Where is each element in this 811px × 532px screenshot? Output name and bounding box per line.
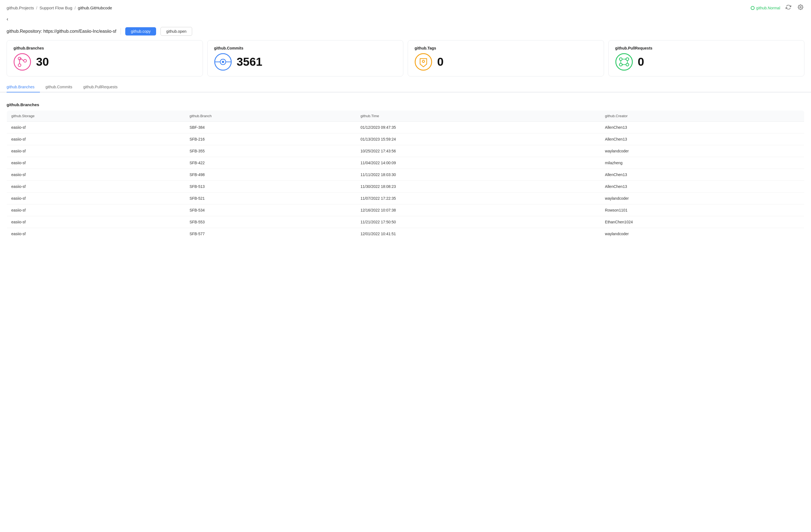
cell-storage: easiio-sf (7, 169, 185, 181)
cell-storage: easiio-sf (7, 145, 185, 157)
copy-button[interactable]: github.copy (125, 27, 156, 35)
breadcrumb-support-flow-bug[interactable]: Support Flow Bug (40, 5, 72, 10)
stat-content-branches: 30 (14, 53, 49, 71)
table-row: easiio-sfSFB-51311/30/2022 18:08:23Allen… (7, 181, 805, 192)
open-button[interactable]: github.open (160, 27, 192, 36)
svg-point-0 (800, 6, 801, 8)
table-header-row: github.Storage github.Branch github.Time… (7, 111, 805, 122)
cell-branch: SFB-553 (185, 216, 356, 228)
cell-branch: SFB-513 (185, 181, 356, 192)
col-header-creator: github.Creator (601, 111, 805, 122)
table-section: github.Branches github.Storage github.Br… (0, 98, 811, 240)
repo-section: github.Repository: https://github.com/Ea… (0, 24, 811, 40)
stat-count-tags: 0 (437, 55, 443, 68)
stat-card-branches: github.Branches 30 (6, 40, 203, 77)
cell-time: 10/25/2022 17:43:56 (356, 145, 601, 157)
table-row: easiio-sfSFB-49811/11/2022 18:03:30Allen… (7, 169, 805, 181)
col-header-storage: github.Storage (7, 111, 185, 122)
cell-storage: easiio-sf (7, 216, 185, 228)
cell-creator: EthanChen1024 (601, 216, 805, 228)
stat-content-pullrequests: 0 (615, 53, 653, 71)
stat-count-pullrequests: 0 (638, 55, 644, 68)
repo-label-text: github.Repository: (6, 29, 42, 34)
repo-label: github.Repository: https://github.com/Ea… (6, 29, 116, 34)
table-row: easiio-sfSFB-53412/16/2022 10:07:38Rowso… (7, 204, 805, 216)
svg-point-4 (24, 59, 27, 62)
cell-time: 11/21/2022 17:50:50 (356, 216, 601, 228)
table-row: easiio-sfSFB-42211/04/2022 14:00:09milaz… (7, 157, 805, 169)
stat-label-commits: github.Commits (214, 46, 262, 50)
refresh-button[interactable] (784, 3, 792, 12)
svg-point-12 (422, 60, 425, 62)
cell-branch: SFB-534 (185, 204, 356, 216)
svg-point-11 (415, 53, 432, 70)
cell-creator: waylandcoder (601, 228, 805, 240)
stat-card-pullrequests-inner: github.PullRequests 0 (615, 46, 653, 71)
branches-table: github.Storage github.Branch github.Time… (6, 110, 805, 240)
cell-time: 01/13/2023 15:59:24 (356, 134, 601, 145)
table-row: easiio-sfSFB-52111/07/2022 17:22:35wayla… (7, 192, 805, 204)
back-button[interactable]: ‹ (6, 15, 12, 24)
cell-creator: milazheng (601, 157, 805, 169)
cell-branch: SFB-355 (185, 145, 356, 157)
table-title: github.Branches (6, 98, 805, 110)
cell-creator: AllenChen13 (601, 122, 805, 134)
divider (121, 28, 121, 35)
stat-content-commits: 3561 (214, 53, 262, 71)
breadcrumb-sep1: / (36, 5, 37, 10)
gear-icon (798, 4, 803, 11)
col-header-branch: github.Branch (185, 111, 356, 122)
cell-storage: easiio-sf (7, 157, 185, 169)
breadcrumb-githubcode: github.GitHubcode (78, 5, 112, 10)
stats-row: github.Branches 30 github.Commits (0, 40, 811, 82)
stat-label-tags: github.Tags (415, 46, 443, 50)
svg-point-3 (18, 64, 21, 66)
svg-point-18 (626, 63, 629, 66)
cell-creator: AllenChen13 (601, 169, 805, 181)
cell-creator: waylandcoder (601, 192, 805, 204)
col-header-time: github.Time (356, 111, 601, 122)
breadcrumb-sep2: / (75, 5, 76, 10)
breadcrumb-projects[interactable]: github.Projects (6, 5, 34, 10)
cell-time: 11/30/2022 18:08:23 (356, 181, 601, 192)
cell-branch: SFB-577 (185, 228, 356, 240)
stat-content-tags: 0 (415, 53, 443, 71)
cell-creator: AllenChen13 (601, 181, 805, 192)
cell-storage: easiio-sf (7, 228, 185, 240)
cell-storage: easiio-sf (7, 192, 185, 204)
cell-branch: SFB-216 (185, 134, 356, 145)
refresh-icon (786, 4, 791, 11)
cell-time: 11/11/2022 18:03:30 (356, 169, 601, 181)
stat-card-branches-inner: github.Branches 30 (14, 46, 49, 71)
svg-point-1 (14, 53, 31, 70)
pullrequest-icon (615, 53, 633, 71)
tab-commits[interactable]: github.Commits (45, 82, 78, 92)
stat-card-commits-inner: github.Commits 3561 (214, 46, 262, 71)
branch-icon (14, 53, 31, 71)
stat-label-pullrequests: github.PullRequests (615, 46, 653, 50)
status-label: github.Normal (756, 6, 780, 10)
table-row: easiio-sfSFB-57712/01/2022 10:41:51wayla… (7, 228, 805, 240)
tabs-row: github.Branches github.Commits github.Pu… (0, 82, 811, 92)
stat-count-branches: 30 (36, 55, 49, 68)
cell-time: 11/07/2022 17:22:35 (356, 192, 601, 204)
table-row: easiio-sfSBF-38401/12/2023 09:47:35Allen… (7, 122, 805, 134)
tag-icon (415, 53, 432, 71)
tab-branches[interactable]: github.Branches (6, 82, 40, 92)
cell-branch: SBF-384 (185, 122, 356, 134)
status-dot (751, 6, 754, 10)
table-row: easiio-sfSFB-21601/13/2023 15:59:24Allen… (7, 134, 805, 145)
cell-time: 12/16/2022 10:07:38 (356, 204, 601, 216)
top-right-controls: github.Normal (751, 3, 805, 12)
svg-point-14 (616, 53, 632, 70)
tab-pullrequests[interactable]: github.PullRequests (83, 82, 123, 92)
stat-card-tags: github.Tags 0 (408, 40, 604, 77)
stat-card-tags-inner: github.Tags 0 (415, 46, 443, 71)
cell-time: 11/04/2022 14:00:09 (356, 157, 601, 169)
cell-storage: easiio-sf (7, 134, 185, 145)
cell-creator: waylandcoder (601, 145, 805, 157)
settings-button[interactable] (797, 3, 805, 12)
cell-branch: SFB-521 (185, 192, 356, 204)
commit-icon (214, 53, 232, 71)
svg-point-16 (626, 58, 629, 61)
